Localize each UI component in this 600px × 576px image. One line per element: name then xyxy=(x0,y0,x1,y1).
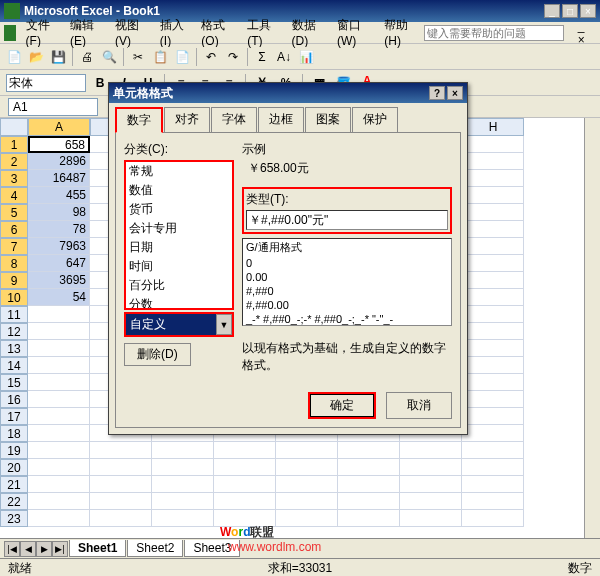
menu-tools[interactable]: 工具(T) xyxy=(241,15,281,50)
cell-C19[interactable] xyxy=(152,442,214,459)
row-header-5[interactable]: 5 xyxy=(0,204,28,221)
row-header-6[interactable]: 6 xyxy=(0,221,28,238)
cell-A2[interactable]: 2896 xyxy=(28,153,90,170)
category-listbox[interactable]: 常规数值货币会计专用日期时间百分比分数科学记数文本特殊 xyxy=(124,160,234,310)
minimize-button[interactable]: _ xyxy=(544,4,560,18)
row-header-2[interactable]: 2 xyxy=(0,153,28,170)
tab-border[interactable]: 边框 xyxy=(258,107,304,132)
preview-icon[interactable]: 🔍 xyxy=(99,47,119,67)
category-item[interactable]: 会计专用 xyxy=(126,219,232,238)
row-header-18[interactable]: 18 xyxy=(0,425,28,442)
menu-file[interactable]: 文件(F) xyxy=(20,15,60,50)
cell-H2[interactable] xyxy=(462,153,524,170)
menu-window[interactable]: 窗口(W) xyxy=(331,15,374,50)
cell-D21[interactable] xyxy=(214,476,276,493)
cell-H16[interactable] xyxy=(462,391,524,408)
cell-F21[interactable] xyxy=(338,476,400,493)
cell-A10[interactable]: 54 xyxy=(28,289,90,306)
name-box[interactable]: A1 xyxy=(8,98,98,116)
sort-asc-icon[interactable]: A↓ xyxy=(274,47,294,67)
cell-E23[interactable] xyxy=(276,510,338,527)
cell-B23[interactable] xyxy=(90,510,152,527)
cell-D20[interactable] xyxy=(214,459,276,476)
col-header-H[interactable]: H xyxy=(462,118,524,136)
row-header-10[interactable]: 10 xyxy=(0,289,28,306)
type-listbox[interactable]: G/通用格式00.00#,##0#,##0.00_-* #,##0_-;-* #… xyxy=(242,238,452,326)
cell-A16[interactable] xyxy=(28,391,90,408)
cell-H18[interactable] xyxy=(462,425,524,442)
cell-B22[interactable] xyxy=(90,493,152,510)
category-item[interactable]: 常规 xyxy=(126,162,232,181)
row-header-8[interactable]: 8 xyxy=(0,255,28,272)
cell-H12[interactable] xyxy=(462,323,524,340)
menu-insert[interactable]: 插入(I) xyxy=(154,15,192,50)
tab-alignment[interactable]: 对齐 xyxy=(164,107,210,132)
row-header-23[interactable]: 23 xyxy=(0,510,28,527)
cell-A14[interactable] xyxy=(28,357,90,374)
category-combo[interactable]: 自定义 ▼ xyxy=(124,312,234,337)
chart-icon[interactable]: 📊 xyxy=(296,47,316,67)
row-header-17[interactable]: 17 xyxy=(0,408,28,425)
menu-view[interactable]: 视图(V) xyxy=(109,15,150,50)
cell-A3[interactable]: 16487 xyxy=(28,170,90,187)
cell-A9[interactable]: 3695 xyxy=(28,272,90,289)
row-header-20[interactable]: 20 xyxy=(0,459,28,476)
cell-H13[interactable] xyxy=(462,340,524,357)
row-header-21[interactable]: 21 xyxy=(0,476,28,493)
cancel-button[interactable]: 取消 xyxy=(386,392,452,419)
row-header-4[interactable]: 4 xyxy=(0,187,28,204)
cell-A22[interactable] xyxy=(28,493,90,510)
dialog-help-button[interactable]: ? xyxy=(429,86,445,100)
category-item[interactable]: 货币 xyxy=(126,200,232,219)
menu-doc-close[interactable]: _ × xyxy=(572,17,596,49)
cell-A4[interactable]: 455 xyxy=(28,187,90,204)
cell-H7[interactable] xyxy=(462,238,524,255)
row-header-1[interactable]: 1 xyxy=(0,136,28,153)
cell-A21[interactable] xyxy=(28,476,90,493)
dialog-close-button[interactable]: × xyxy=(447,86,463,100)
category-item[interactable]: 百分比 xyxy=(126,276,232,295)
menu-help[interactable]: 帮助(H) xyxy=(378,15,419,50)
cell-H19[interactable] xyxy=(462,442,524,459)
cell-A20[interactable] xyxy=(28,459,90,476)
cell-H10[interactable] xyxy=(462,289,524,306)
menu-format[interactable]: 格式(O) xyxy=(195,15,237,50)
cell-H15[interactable] xyxy=(462,374,524,391)
cell-C23[interactable] xyxy=(152,510,214,527)
row-header-3[interactable]: 3 xyxy=(0,170,28,187)
row-header-11[interactable]: 11 xyxy=(0,306,28,323)
tab-protection[interactable]: 保护 xyxy=(352,107,398,132)
cell-H8[interactable] xyxy=(462,255,524,272)
cell-H17[interactable] xyxy=(462,408,524,425)
category-item[interactable]: 时间 xyxy=(126,257,232,276)
row-header-22[interactable]: 22 xyxy=(0,493,28,510)
cell-H20[interactable] xyxy=(462,459,524,476)
cell-H14[interactable] xyxy=(462,357,524,374)
copy-icon[interactable]: 📋 xyxy=(150,47,170,67)
cut-icon[interactable]: ✂ xyxy=(128,47,148,67)
cell-H11[interactable] xyxy=(462,306,524,323)
cell-H5[interactable] xyxy=(462,204,524,221)
cell-F23[interactable] xyxy=(338,510,400,527)
cell-A1[interactable]: 658 xyxy=(28,136,90,153)
cell-D19[interactable] xyxy=(214,442,276,459)
row-header-19[interactable]: 19 xyxy=(0,442,28,459)
cell-H22[interactable] xyxy=(462,493,524,510)
print-icon[interactable]: 🖨 xyxy=(77,47,97,67)
cell-A15[interactable] xyxy=(28,374,90,391)
cell-A19[interactable] xyxy=(28,442,90,459)
sum-icon[interactable]: Σ xyxy=(252,47,272,67)
cell-H9[interactable] xyxy=(462,272,524,289)
cell-C22[interactable] xyxy=(152,493,214,510)
delete-button[interactable]: 删除(D) xyxy=(124,343,191,366)
tab-number[interactable]: 数字 xyxy=(115,107,163,133)
tab-nav-next[interactable]: ▶ xyxy=(36,541,52,557)
col-header-A[interactable]: A xyxy=(28,118,90,136)
tab-nav-last[interactable]: ▶| xyxy=(52,541,68,557)
chevron-down-icon[interactable]: ▼ xyxy=(216,314,232,335)
cell-H21[interactable] xyxy=(462,476,524,493)
category-item[interactable]: 分数 xyxy=(126,295,232,310)
dialog-titlebar[interactable]: 单元格格式 ? × xyxy=(109,83,467,103)
redo-icon[interactable]: ↷ xyxy=(223,47,243,67)
cell-E22[interactable] xyxy=(276,493,338,510)
